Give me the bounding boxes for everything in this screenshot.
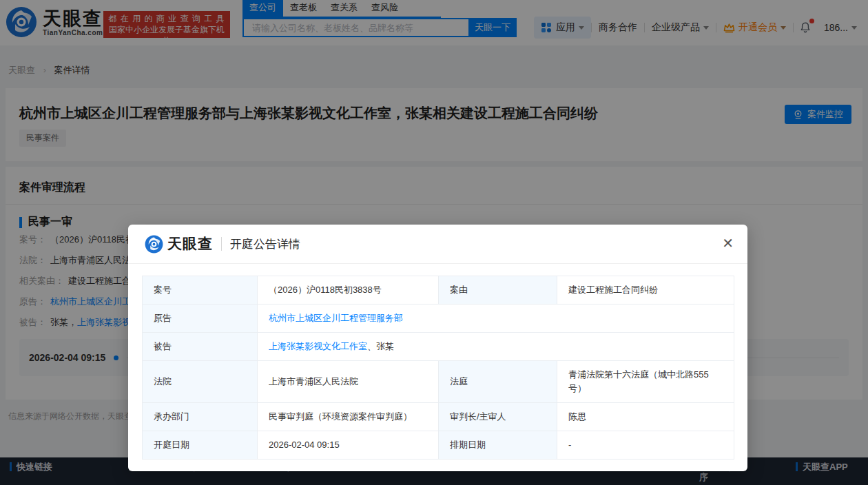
hearing-detail-table: 案号 （2026）沪0118民初3838号 案由 建设工程施工合同纠纷 原告 杭… <box>142 276 734 460</box>
cell-value-schedule-date: - <box>557 431 734 460</box>
cell-label-hearing-date: 开庭日期 <box>143 431 258 460</box>
cell-value-court: 上海市青浦区人民法院 <box>258 361 439 403</box>
cell-value-cause: 建设工程施工合同纠纷 <box>557 276 734 305</box>
cell-label-judge: 审判长/主审人 <box>439 403 557 431</box>
table-row: 案号 （2026）沪0118民初3838号 案由 建设工程施工合同纠纷 <box>143 276 734 305</box>
cell-label-case-no: 案号 <box>143 276 258 305</box>
close-icon[interactable]: ✕ <box>722 235 734 251</box>
plaintiff-link[interactable]: 杭州市上城区企川工程管理服务部 <box>269 313 403 323</box>
cell-value-defendant: 上海张某影视文化工作室、张某 <box>258 333 734 361</box>
defendant-rest: 、张某 <box>367 341 394 351</box>
cell-value-case-no: （2026）沪0118民初3838号 <box>258 276 439 305</box>
table-row: 被告 上海张某影视文化工作室、张某 <box>143 333 734 361</box>
modal-brand: 天眼查 <box>167 234 213 254</box>
tianyancha-eye-icon <box>145 235 163 254</box>
modal-title: 开庭公告详情 <box>230 236 300 252</box>
cell-label-court: 法院 <box>143 361 258 403</box>
cell-label-defendant: 被告 <box>143 333 258 361</box>
cell-label-schedule-date: 排期日期 <box>439 431 557 460</box>
table-row: 原告 杭州市上城区企川工程管理服务部 <box>143 305 734 333</box>
divider <box>221 237 222 251</box>
table-row: 承办部门 民事审判庭（环境资源案件审判庭） 审判长/主审人 陈思 <box>143 403 734 431</box>
modal-header: 天眼查 开庭公告详情 ✕ <box>128 225 747 264</box>
modal-body: 案号 （2026）沪0118民初3838号 案由 建设工程施工合同纠纷 原告 杭… <box>128 264 747 471</box>
table-row: 开庭日期 2026-02-04 09:15 排期日期 - <box>143 431 734 460</box>
cell-label-department: 承办部门 <box>143 403 258 431</box>
hearing-announcement-modal: 天眼查 开庭公告详情 ✕ 案号 （2026）沪0118民初3838号 案由 建设… <box>128 225 747 471</box>
cell-value-hearing-date: 2026-02-04 09:15 <box>258 431 439 460</box>
cell-label-plaintiff: 原告 <box>143 305 258 333</box>
defendant-link[interactable]: 上海张某影视文化工作室 <box>269 341 367 351</box>
cell-value-plaintiff: 杭州市上城区企川工程管理服务部 <box>258 305 734 333</box>
table-row: 法院 上海市青浦区人民法院 法庭 青浦法院第十六法庭（城中北路555号） <box>143 361 734 403</box>
cell-value-judge: 陈思 <box>557 403 734 431</box>
cell-label-courtroom: 法庭 <box>439 361 557 403</box>
cell-value-department: 民事审判庭（环境资源案件审判庭） <box>258 403 439 431</box>
cell-label-cause: 案由 <box>439 276 557 305</box>
cell-value-courtroom: 青浦法院第十六法庭（城中北路555号） <box>557 361 734 403</box>
